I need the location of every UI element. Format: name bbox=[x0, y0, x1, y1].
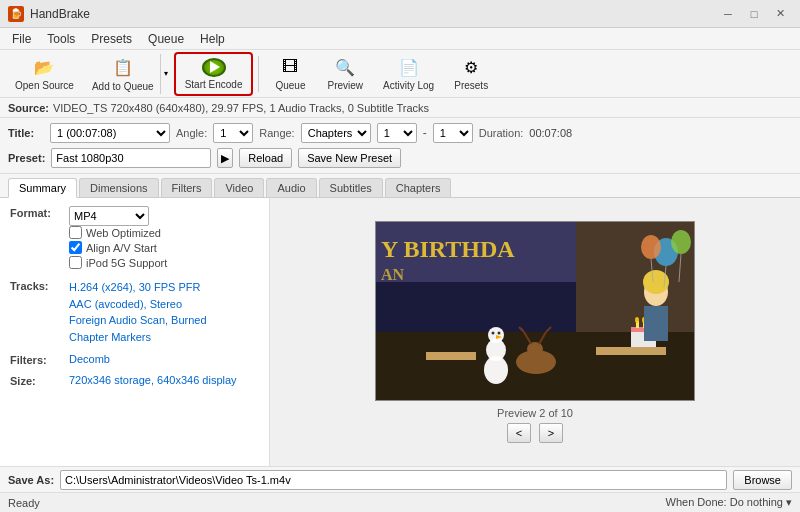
open-source-button[interactable]: 📂 Open Source bbox=[6, 53, 83, 95]
left-panel: Format: MP4 Web Optimized Align A/V Star… bbox=[0, 198, 270, 466]
range-dash: - bbox=[423, 126, 427, 140]
title-bar: 🍺 HandBrake ─ □ ✕ bbox=[0, 0, 800, 28]
tab-dimensions[interactable]: Dimensions bbox=[79, 178, 158, 197]
toolbar: 📂 Open Source 📋 Add to Queue ▾ Start Enc… bbox=[0, 50, 800, 98]
app-title: HandBrake bbox=[30, 7, 90, 21]
save-new-preset-button[interactable]: Save New Preset bbox=[298, 148, 401, 168]
presets-button[interactable]: ⚙ Presets bbox=[445, 53, 497, 95]
start-encode-wrapper: Start Encode bbox=[174, 52, 254, 96]
tracks-section: Tracks: H.264 (x264), 30 FPS PFR AAC (av… bbox=[10, 279, 259, 345]
web-optimized-label: Web Optimized bbox=[86, 227, 161, 239]
main-content: Format: MP4 Web Optimized Align A/V Star… bbox=[0, 198, 800, 466]
svg-point-27 bbox=[635, 317, 639, 323]
filters-value: Decomb bbox=[69, 353, 110, 365]
queue-button[interactable]: 🎞 Queue bbox=[264, 53, 316, 95]
save-bar: Save As: Browse bbox=[0, 466, 800, 492]
svg-text:Y BIRTHDA: Y BIRTHDA bbox=[381, 236, 515, 262]
track-2: AAC (avcoded), Stereo bbox=[69, 296, 259, 313]
preview-prev-button[interactable]: < bbox=[507, 423, 531, 443]
start-encode-button[interactable]: Start Encode bbox=[177, 55, 251, 93]
save-as-label: Save As: bbox=[8, 474, 54, 486]
minimize-button[interactable]: ─ bbox=[716, 5, 740, 23]
tabs-container: Summary Dimensions Filters Video Audio S… bbox=[0, 174, 800, 198]
angle-select[interactable]: 1 bbox=[213, 123, 253, 143]
ipod-checkbox[interactable] bbox=[69, 256, 82, 269]
add-queue-dropdown-arrow[interactable]: ▾ bbox=[160, 54, 171, 94]
svg-text:AN: AN bbox=[381, 266, 405, 283]
web-optimized-checkbox[interactable] bbox=[69, 226, 82, 239]
tracks-value: H.264 (x264), 30 FPS PFR AAC (avcoded), … bbox=[69, 279, 259, 345]
source-label: Source: bbox=[8, 102, 49, 114]
preset-label: Preset: bbox=[8, 152, 45, 164]
menu-presets[interactable]: Presets bbox=[83, 30, 140, 48]
menu-file[interactable]: File bbox=[4, 30, 39, 48]
track-3: Foreign Audio Scan, Burned bbox=[69, 312, 259, 329]
duration-value: 00:07:08 bbox=[529, 127, 572, 139]
tab-summary[interactable]: Summary bbox=[8, 178, 77, 198]
add-queue-icon: 📋 bbox=[111, 55, 135, 79]
preset-row: Preset: ▶ Reload Save New Preset bbox=[8, 147, 792, 169]
svg-point-35 bbox=[641, 235, 661, 259]
ipod-row: iPod 5G Support bbox=[69, 256, 259, 269]
duration-label: Duration: bbox=[479, 127, 524, 139]
svg-rect-21 bbox=[596, 347, 666, 355]
svg-rect-31 bbox=[644, 306, 668, 341]
range-type-select[interactable]: Chapters bbox=[301, 123, 371, 143]
format-value-area: MP4 Web Optimized Align A/V Start iPod 5… bbox=[69, 206, 259, 271]
add-to-queue-button[interactable]: 📋 Add to Queue ▾ bbox=[85, 53, 172, 95]
presets-icon: ⚙ bbox=[459, 57, 483, 78]
browse-button[interactable]: Browse bbox=[733, 470, 792, 490]
menu-bar: File Tools Presets Queue Help bbox=[0, 28, 800, 50]
preview-next-button[interactable]: > bbox=[539, 423, 563, 443]
maximize-button[interactable]: □ bbox=[742, 5, 766, 23]
svg-point-34 bbox=[671, 230, 691, 254]
close-button[interactable]: ✕ bbox=[768, 5, 792, 23]
align-av-checkbox[interactable] bbox=[69, 241, 82, 254]
web-optimized-row: Web Optimized bbox=[69, 226, 259, 239]
align-av-label: Align A/V Start bbox=[86, 242, 157, 254]
menu-tools[interactable]: Tools bbox=[39, 30, 83, 48]
format-select[interactable]: MP4 bbox=[69, 206, 149, 226]
filters-section: Filters: Decomb bbox=[10, 353, 259, 366]
save-path-input[interactable] bbox=[60, 470, 727, 490]
source-value: VIDEO_TS 720x480 (640x480), 29.97 FPS, 1… bbox=[53, 102, 429, 114]
preview-button[interactable]: 🔍 Preview bbox=[318, 53, 372, 95]
preset-input[interactable] bbox=[51, 148, 211, 168]
menu-queue[interactable]: Queue bbox=[140, 30, 192, 48]
tab-chapters[interactable]: Chapters bbox=[385, 178, 452, 197]
range-label: Range: bbox=[259, 127, 294, 139]
size-section: Size: 720x346 storage, 640x346 display bbox=[10, 374, 259, 387]
tab-audio[interactable]: Audio bbox=[266, 178, 316, 197]
tab-filters[interactable]: Filters bbox=[161, 178, 213, 197]
tab-subtitles[interactable]: Subtitles bbox=[319, 178, 383, 197]
source-bar: Source: VIDEO_TS 720x480 (640x480), 29.9… bbox=[0, 98, 800, 118]
range-end-select[interactable]: 1 bbox=[433, 123, 473, 143]
preview-icon: 🔍 bbox=[333, 57, 357, 78]
start-encode-icon bbox=[202, 58, 226, 77]
svg-point-10 bbox=[498, 332, 501, 335]
svg-rect-20 bbox=[426, 352, 476, 360]
filters-label: Filters: bbox=[10, 353, 65, 366]
format-section: Format: MP4 Web Optimized Align A/V Star… bbox=[10, 206, 259, 271]
title-row: Title: 1 (00:07:08) Angle: 1 Range: Chap… bbox=[8, 122, 792, 144]
title-select[interactable]: 1 (00:07:08) bbox=[50, 123, 170, 143]
track-1: H.264 (x264), 30 FPS PFR bbox=[69, 279, 259, 296]
reload-button[interactable]: Reload bbox=[239, 148, 292, 168]
svg-point-9 bbox=[492, 332, 495, 335]
right-panel: Y BIRTHDA AN bbox=[270, 198, 800, 466]
size-label: Size: bbox=[10, 374, 65, 387]
format-label: Format: bbox=[10, 206, 65, 219]
range-start-select[interactable]: 1 bbox=[377, 123, 417, 143]
app-icon: 🍺 bbox=[8, 6, 24, 22]
tab-video[interactable]: Video bbox=[214, 178, 264, 197]
preset-arrow-btn[interactable]: ▶ bbox=[217, 148, 233, 168]
queue-icon: 🎞 bbox=[278, 57, 302, 78]
when-done-text[interactable]: When Done: Do nothing ▾ bbox=[666, 496, 792, 509]
activity-log-button[interactable]: 📄 Activity Log bbox=[374, 53, 443, 95]
menu-help[interactable]: Help bbox=[192, 30, 233, 48]
preview-text: Preview 2 of 10 bbox=[497, 407, 573, 419]
ipod-label: iPod 5G Support bbox=[86, 257, 167, 269]
form-area: Title: 1 (00:07:08) Angle: 1 Range: Chap… bbox=[0, 118, 800, 174]
video-preview: Y BIRTHDA AN bbox=[375, 221, 695, 401]
size-value: 720x346 storage, 640x346 display bbox=[69, 374, 237, 386]
